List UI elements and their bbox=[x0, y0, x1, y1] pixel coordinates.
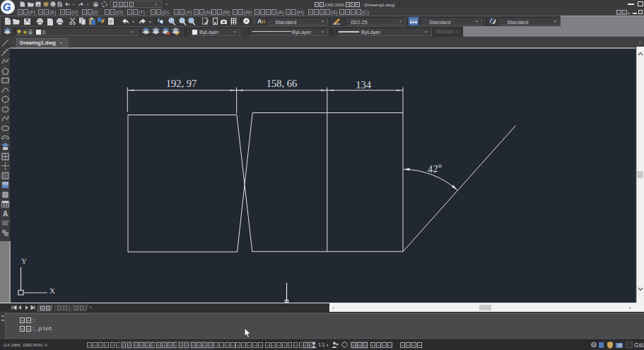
svg-text:42°: 42° bbox=[427, 162, 443, 175]
svg-text:134: 134 bbox=[356, 79, 372, 91]
svg-text:Y: Y bbox=[21, 257, 27, 265]
svg-text:X: X bbox=[49, 286, 55, 295]
svg-text:192, 97: 192, 97 bbox=[166, 78, 197, 89]
svg-text:158, 66: 158, 66 bbox=[267, 78, 298, 89]
